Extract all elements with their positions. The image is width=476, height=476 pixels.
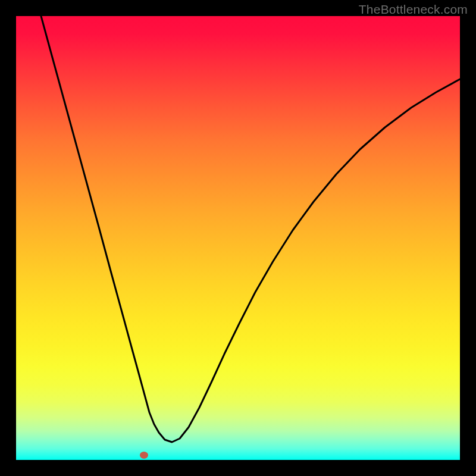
watermark-text: TheBottleneck.com — [359, 2, 468, 17]
chart-area — [16, 16, 460, 460]
bottleneck-curve — [16, 16, 460, 460]
optimum-marker — [140, 452, 148, 459]
